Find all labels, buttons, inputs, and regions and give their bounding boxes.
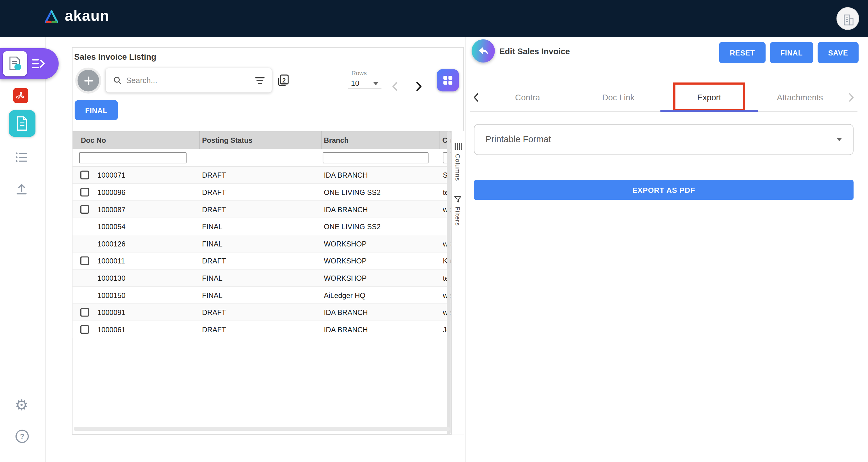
cell-branch: AiLedger HQ — [321, 291, 440, 299]
tabs-scroll-left-button[interactable] — [470, 92, 482, 102]
cell-branch: ONE LIVING SS2 — [321, 222, 440, 230]
akaun-triangle-icon — [43, 9, 60, 23]
view-switch-button[interactable] — [437, 69, 459, 91]
row-checkbox[interactable] — [80, 188, 89, 196]
next-page-button[interactable] — [414, 81, 424, 94]
table-row[interactable]: 1000150 FINAL AiLedger HQ wa — [72, 287, 451, 304]
tabs-scroll-right-button[interactable] — [845, 92, 858, 102]
filters-label: Filters — [455, 207, 461, 226]
filters-panel-toggle[interactable]: Filters — [454, 195, 462, 226]
pdf-tool-button[interactable] — [13, 88, 28, 103]
detail-tabbar: ContraDoc LinkExportAttachments — [470, 83, 858, 112]
reset-button[interactable]: RESET — [719, 42, 765, 63]
grid-view-icon — [442, 75, 454, 86]
header-doc-no[interactable]: Doc No — [72, 131, 200, 149]
rows-per-page-block: Rows 10 — [348, 70, 385, 89]
vertical-scrollbar[interactable] — [447, 131, 451, 435]
table-row[interactable]: 1000061 DRAFT IDA BRANCH Jo — [72, 321, 451, 338]
table-row[interactable]: 1000096 DRAFT ONE LIVING SS2 te — [72, 184, 451, 201]
settings-button[interactable]: ⚙ — [13, 397, 30, 414]
back-arrow-icon — [477, 45, 489, 57]
branch-filter-input[interactable] — [323, 152, 429, 163]
table-row[interactable]: 1000130 FINAL WORKSHOP te — [72, 270, 451, 287]
search-input[interactable] — [126, 76, 251, 85]
cell-doc-no: 1000071 — [72, 171, 200, 180]
previous-page-button[interactable] — [390, 81, 399, 94]
cell-doc-no: 1000087 — [72, 205, 200, 214]
help-button[interactable]: ? — [15, 429, 29, 443]
row-checkbox[interactable] — [80, 171, 89, 180]
edit-invoice-panel: Edit Sales Invoice RESET FINAL SAVE Cont… — [466, 37, 868, 462]
table-side-strip: Columns Filters — [451, 131, 464, 435]
rows-per-page-value: 10 — [351, 79, 359, 87]
cell-branch: IDA BRANCH — [321, 171, 440, 179]
invoice-app-icon — [8, 56, 22, 71]
plus-icon — [83, 75, 93, 86]
columns-panel-toggle[interactable]: Columns — [454, 142, 462, 181]
tab-export[interactable]: Export — [664, 83, 755, 111]
header-posting-status[interactable]: Posting Status — [200, 131, 321, 149]
user-avatar[interactable] — [836, 7, 859, 30]
duplicate-pages-icon[interactable]: 2 — [276, 73, 291, 88]
printable-format-select[interactable]: Printable Format — [474, 124, 854, 155]
add-invoice-button[interactable] — [78, 70, 99, 91]
tab-label: Attachments — [777, 92, 823, 102]
sales-invoice-module-button[interactable] — [9, 110, 35, 137]
final-button[interactable]: FINAL — [770, 42, 813, 63]
export-as-pdf-button[interactable]: EXPORT AS PDF — [474, 180, 854, 200]
cell-branch: IDA BRANCH — [321, 308, 440, 316]
tab-doc-link[interactable]: Doc Link — [573, 83, 664, 111]
doc-no-text: 1000091 — [97, 308, 125, 316]
table-header-row: Doc No Posting Status Branch Cu — [72, 131, 451, 149]
tab-label: Doc Link — [602, 92, 634, 102]
panel-title: Edit Sales Invoice — [499, 47, 570, 56]
doc-no-text: 1000061 — [97, 325, 125, 334]
table-row[interactable]: 1000126 FINAL WORKSHOP wa — [72, 235, 451, 252]
cell-posting-status: FINAL — [200, 222, 321, 230]
akaun-logo[interactable]: akaun — [43, 8, 109, 25]
filter-list-icon[interactable] — [255, 76, 265, 84]
row-checkbox[interactable] — [80, 205, 89, 214]
header-branch[interactable]: Branch — [321, 131, 440, 149]
doc-no-text: 1000087 — [97, 205, 125, 213]
table-row[interactable]: 1000011 DRAFT WORKSHOP Ka — [72, 252, 451, 270]
cell-posting-status: DRAFT — [200, 171, 321, 179]
upload-button[interactable] — [15, 182, 28, 195]
printable-format-label: Printable Format — [486, 134, 551, 145]
listing-toolbar: 2 Rows 10 — [72, 68, 464, 94]
cell-branch: WORKSHOP — [321, 274, 440, 282]
cell-posting-status: FINAL — [200, 291, 321, 299]
page-title: Sales Invoice Listing — [74, 52, 156, 62]
final-action-button[interactable]: FINAL — [75, 100, 118, 120]
posting-status-filter-cell — [200, 149, 321, 166]
table-row[interactable]: 1000054 FINAL ONE LIVING SS2 — [72, 218, 451, 236]
doc-no-text: 1000130 — [97, 274, 125, 282]
listing-menu-button[interactable] — [15, 151, 28, 163]
columns-icon — [454, 142, 462, 150]
chevron-right-icon — [847, 92, 855, 102]
tab-contra[interactable]: Contra — [482, 83, 573, 111]
tab-attachments[interactable]: Attachments — [755, 83, 845, 111]
horizontal-scrollbar[interactable] — [74, 427, 450, 431]
cell-doc-no: 1000061 — [72, 325, 200, 334]
app-switcher-pill[interactable] — [0, 48, 59, 79]
row-checkbox[interactable] — [80, 256, 89, 265]
table-row[interactable]: 1000087 DRAFT IDA BRANCH wa — [72, 201, 451, 218]
invoice-doc-icon — [16, 116, 29, 131]
doc-no-text: 1000096 — [97, 188, 125, 196]
search-icon — [113, 76, 122, 85]
doc-no-text: 1000011 — [97, 257, 125, 265]
cell-branch: WORKSHOP — [321, 257, 440, 265]
rows-per-page-select[interactable]: 10 — [348, 78, 381, 89]
tab-label: Export — [697, 92, 721, 102]
doc-no-filter-input[interactable] — [79, 152, 186, 163]
gear-icon: ⚙ — [15, 397, 28, 414]
table-row[interactable]: 1000071 DRAFT IDA BRANCH Si — [72, 167, 451, 184]
back-button[interactable] — [472, 39, 495, 63]
row-checkbox[interactable] — [80, 308, 89, 317]
funnel-icon — [454, 195, 462, 204]
save-button[interactable]: SAVE — [818, 42, 859, 63]
table-row[interactable]: 1000091 DRAFT IDA BRANCH wa — [72, 304, 451, 321]
doc-no-text: 1000150 — [97, 291, 125, 299]
row-checkbox[interactable] — [80, 325, 89, 334]
